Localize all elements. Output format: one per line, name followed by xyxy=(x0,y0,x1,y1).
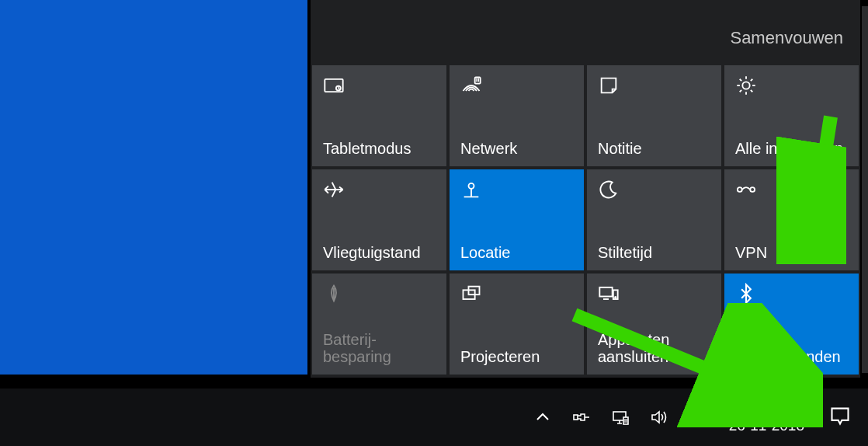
tile-label: Niet verbonden xyxy=(735,348,848,365)
tile-bluetooth[interactable]: Niet verbonden xyxy=(724,274,859,375)
tablet-icon xyxy=(323,75,436,98)
tile-label: VPN xyxy=(735,244,848,261)
bluetooth-icon xyxy=(735,283,848,306)
tile-stiltetijd[interactable]: Stiltetijd xyxy=(587,169,721,270)
gear-icon xyxy=(735,75,848,98)
svg-point-3 xyxy=(742,82,749,89)
moon-icon xyxy=(598,179,710,202)
tile-label: Tabletmodus xyxy=(323,140,436,157)
tile-projecteren[interactable]: Projecteren xyxy=(450,274,584,375)
tile-label: Batterij- besparing xyxy=(323,331,436,365)
tile-netwerk[interactable]: Netwerk xyxy=(450,65,584,166)
svg-point-6 xyxy=(750,187,755,192)
vpn-icon xyxy=(735,179,848,202)
chevron-up-icon[interactable] xyxy=(532,408,554,427)
airplane-icon xyxy=(323,179,436,202)
taskbar: 15:5 26-11-2018 xyxy=(0,389,868,446)
date-text: 26-11-2018 xyxy=(729,417,804,434)
tile-label: Locatie xyxy=(460,244,573,261)
tile-alle-instellingen[interactable]: Alle instellingen xyxy=(724,65,859,166)
tile-vliegtuigstand[interactable]: Vliegtuigstand xyxy=(312,169,446,270)
notifications-tray-icon[interactable] xyxy=(825,405,856,430)
time-text: 15:5 xyxy=(729,400,804,417)
tile-label: Netwerk xyxy=(460,140,573,157)
tile-label: Alle instellingen xyxy=(735,140,848,157)
tile-label: Notitie xyxy=(598,140,710,157)
network-icon xyxy=(460,75,573,98)
tile-label: Vliegtuigstand xyxy=(323,244,436,261)
svg-point-11 xyxy=(615,297,616,298)
note-icon xyxy=(598,75,710,98)
tile-batterijbesparing[interactable]: Batterij- besparing xyxy=(312,274,446,375)
collapse-button[interactable]: Samenvouwen xyxy=(730,28,843,47)
tile-apparaten-aansluiten[interactable]: Apparaten aansluiten xyxy=(587,274,721,375)
keyboard-icon[interactable] xyxy=(687,408,709,427)
tile-label: Stiltetijd xyxy=(598,244,710,261)
power-icon[interactable] xyxy=(571,408,592,427)
tile-label: Apparaten aansluiten xyxy=(598,331,710,365)
connect-icon xyxy=(598,283,710,306)
project-icon xyxy=(460,283,573,306)
tile-notitie[interactable]: Notitie xyxy=(587,65,721,166)
svg-rect-2 xyxy=(475,78,481,84)
svg-point-4 xyxy=(469,183,474,189)
tile-vpn[interactable]: VPN xyxy=(724,169,859,270)
tile-tabletmodus[interactable]: Tabletmodus xyxy=(312,65,446,166)
network-tray-icon[interactable] xyxy=(609,408,631,427)
tile-label: Projecteren xyxy=(460,348,573,365)
scrollbar[interactable] xyxy=(862,6,868,373)
svg-rect-9 xyxy=(599,287,612,297)
action-center-panel: Samenvouwen Tabletmodus Netwerk Notitie xyxy=(311,0,860,378)
system-tray xyxy=(532,408,709,427)
svg-rect-14 xyxy=(623,417,628,424)
clock[interactable]: 15:5 26-11-2018 xyxy=(723,400,811,434)
tile-locatie[interactable]: Locatie xyxy=(450,169,584,270)
location-icon xyxy=(460,179,573,202)
quick-action-tiles: Tabletmodus Netwerk Notitie Alle instell… xyxy=(311,65,860,378)
volume-icon[interactable] xyxy=(648,408,670,427)
svg-point-5 xyxy=(738,187,742,192)
battery-leaf-icon xyxy=(323,283,436,306)
svg-rect-12 xyxy=(574,415,578,420)
desktop-background xyxy=(0,0,307,375)
